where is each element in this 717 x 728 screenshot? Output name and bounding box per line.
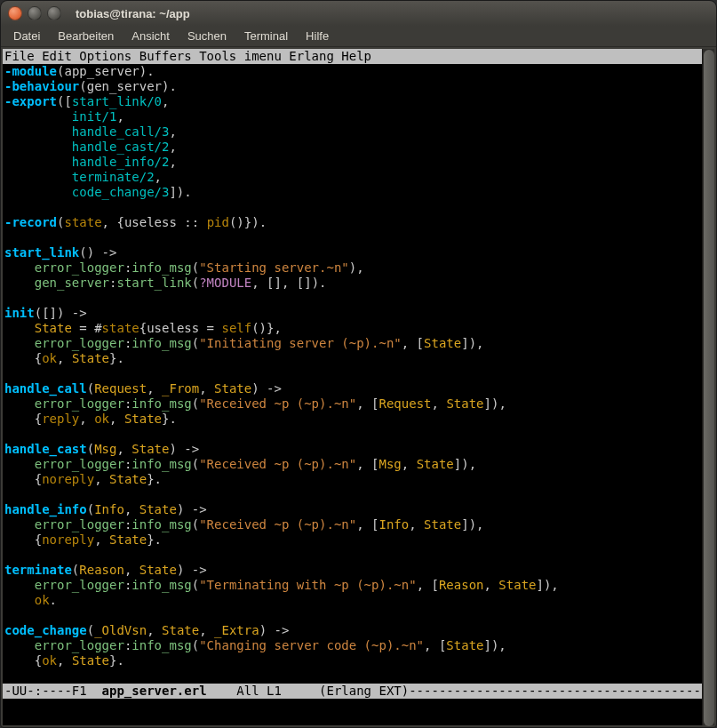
menu-suchen[interactable]: Suchen [180, 28, 234, 44]
emacs-minibuffer[interactable] [3, 699, 702, 714]
code-line [4, 668, 700, 684]
code-line [4, 427, 700, 442]
titlebar[interactable]: tobias@tirana: ~/app [1, 1, 716, 26]
window-title: tobias@tirana: ~/app [76, 7, 190, 20]
app-menubar: Datei Bearbeiten Ansicht Suchen Terminal… [1, 26, 716, 47]
code-line: error_logger:info_msg("Terminating with … [4, 578, 700, 593]
code-line: code_change/3]). [4, 185, 700, 200]
modeline-buffer: app_server.erl [102, 684, 207, 698]
modeline-prefix: -UU-:----F1 [4, 684, 102, 698]
code-line: {ok, State}. [4, 351, 700, 366]
code-line: -record(state, {useless :: pid()}). [4, 215, 700, 230]
terminal-window: tobias@tirana: ~/app Datei Bearbeiten An… [0, 0, 717, 728]
menu-terminal[interactable]: Terminal [237, 28, 295, 44]
code-line: handle_call(Request, _From, State) -> [4, 381, 700, 396]
code-line: error_logger:info_msg("Initiating server… [4, 336, 700, 351]
code-line: ok. [4, 593, 700, 608]
code-line: error_logger:info_msg("Changing server c… [4, 638, 700, 653]
code-line: {ok, State}. [4, 653, 700, 668]
code-line: -export([start_link/0, [4, 94, 700, 109]
code-line: code_change(_OldVsn, State, _Extra) -> [4, 623, 700, 638]
code-line: start_link() -> [4, 245, 700, 260]
code-line: {noreply, State}. [4, 472, 700, 487]
emacs-menubar[interactable]: File Edit Options Buffers Tools imenu Er… [3, 49, 702, 64]
maximize-icon[interactable] [47, 6, 61, 20]
code-line: -behaviour(gen_server). [4, 79, 700, 94]
code-line: terminate/2, [4, 170, 700, 185]
code-line: handle_cast/2, [4, 140, 700, 155]
code-line: handle_info/2, [4, 155, 700, 170]
code-line: gen_server:start_link(?MODULE, [], []). [4, 276, 700, 291]
code-line: error_logger:info_msg("Received ~p (~p).… [4, 396, 700, 412]
code-line: {noreply, State}. [4, 532, 700, 548]
emacs-modeline: -UU-:----F1 app_server.erl All L1 (Erlan… [3, 684, 702, 699]
code-line [4, 366, 700, 381]
terminal-area: File Edit Options Buffers Tools imenu Er… [3, 49, 714, 725]
close-icon[interactable] [8, 6, 22, 20]
code-line: error_logger:info_msg("Received ~p (~p).… [4, 517, 700, 532]
code-line [4, 548, 700, 563]
modeline-position: All L1 (Erlang EXT) [207, 684, 410, 698]
modeline-fill: ---------------------------------------- [409, 684, 702, 698]
scrollbar[interactable] [702, 49, 714, 725]
code-line: error_logger:info_msg("Starting server.~… [4, 260, 700, 276]
code-line [4, 230, 700, 245]
minimize-icon[interactable] [28, 6, 42, 20]
code-line: -module(app_server). [4, 64, 700, 79]
code-line: init([]) -> [4, 306, 700, 321]
code-line: {reply, ok, State}. [4, 412, 700, 427]
code-line [4, 200, 700, 215]
code-line: error_logger:info_msg("Received ~p (~p).… [4, 457, 700, 472]
code-line: terminate(Reason, State) -> [4, 563, 700, 578]
terminal-content[interactable]: File Edit Options Buffers Tools imenu Er… [3, 49, 702, 725]
scrollbar-thumb[interactable] [704, 50, 714, 726]
code-line [4, 608, 700, 623]
menu-bearbeiten[interactable]: Bearbeiten [51, 28, 121, 44]
menu-ansicht[interactable]: Ansicht [124, 28, 177, 44]
code-line [4, 487, 700, 502]
code-line: State = #state{useless = self()}, [4, 321, 700, 336]
code-line: init/1, [4, 109, 700, 124]
menu-hilfe[interactable]: Hilfe [299, 28, 336, 44]
menu-datei[interactable]: Datei [6, 28, 47, 44]
code-buffer[interactable]: -module(app_server).-behaviour(gen_serve… [3, 64, 702, 684]
code-line: handle_cast(Msg, State) -> [4, 442, 700, 457]
code-line [4, 291, 700, 306]
code-line: handle_info(Info, State) -> [4, 502, 700, 517]
code-line: handle_call/3, [4, 124, 700, 140]
